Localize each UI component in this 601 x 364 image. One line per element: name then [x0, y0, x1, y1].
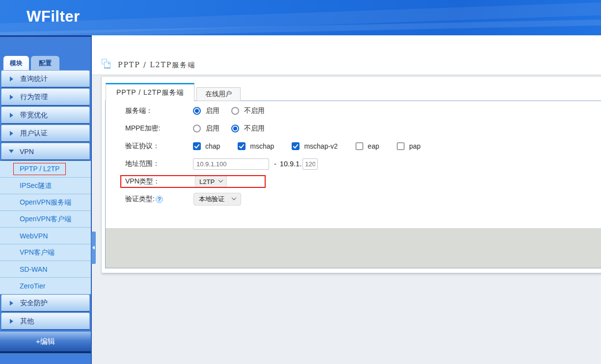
sidebar-item-other[interactable]: 其他: [1, 312, 90, 330]
server-disable-label: 不启用: [244, 106, 265, 115]
tab-strip: PPTP / L2TP服务端 在线用户: [106, 83, 241, 101]
mschap-label: mschap: [250, 142, 274, 150]
settings-form: 服务端： 启用 不启用 MPPE加密:: [106, 102, 601, 208]
sidebar-item-bandwidth[interactable]: 带宽优化: [1, 106, 90, 124]
sidebar-item-label: 查询统计: [20, 75, 48, 83]
chevron-right-icon: [10, 95, 13, 100]
sidebar-subitem-webvpn[interactable]: WebVPN: [0, 228, 91, 244]
panel-footer-area: [106, 228, 601, 268]
sidebar-item-query-stats[interactable]: 查询统计: [1, 70, 90, 88]
chevron-down-icon: [232, 195, 237, 200]
sidebar-tab-modules[interactable]: 模块: [3, 56, 29, 70]
content-panel: PPTP / L2TP服务端 在线用户 服务端： 启用 不启用: [101, 76, 601, 273]
chevron-left-icon: [92, 246, 95, 250]
sidebar-subitem-sdwan[interactable]: SD-WAN: [0, 261, 91, 278]
sidebar-item-label: 行为管理: [20, 93, 48, 102]
auth-type-label: 验证类型:?: [106, 195, 193, 204]
sidebar-item-label: 带宽优化: [20, 111, 48, 120]
auth-protocol-row: 验证协议： chap mschap mschap-v2: [106, 137, 601, 155]
selected-highlight-box: PPTP / L2TP: [13, 163, 66, 175]
vpn-type-row: VPN类型： L2TP: [106, 173, 601, 190]
sidebar-item-vpn[interactable]: VPN: [1, 143, 90, 160]
auth-type-row: 验证类型:? 本地验证: [106, 190, 601, 208]
settings-box: 服务端： 启用 不启用 MPPE加密:: [105, 101, 601, 268]
sidebar-subitem-vpn-client[interactable]: VPN客户端: [0, 244, 91, 261]
sidebar-item-label: 安全防护: [20, 299, 48, 308]
sidebar-subitem-openvpn-server[interactable]: OpenVPN服务端: [0, 194, 91, 211]
auth-type-value: 本地验证: [199, 195, 224, 204]
sidebar-subitem-openvpn-client[interactable]: OpenVPN客户端: [0, 211, 91, 228]
sidebar: 模块 配置 查询统计 行为管理 带宽优化 用户认证 VPN: [0, 35, 92, 364]
mppe-disable-radio[interactable]: [231, 125, 239, 132]
mppe-enable-radio[interactable]: [193, 125, 201, 132]
server-row: 服务端： 启用 不启用: [106, 102, 601, 120]
vpn-type-label: VPN类型：: [106, 177, 193, 186]
sidebar-tab-strip: 模块 配置: [0, 37, 91, 70]
vpn-type-select[interactable]: L2TP: [195, 176, 227, 187]
chevron-right-icon: [10, 301, 13, 306]
pap-checkbox[interactable]: [397, 142, 405, 150]
sidebar-subitem-zerotier[interactable]: ZeroTier: [0, 278, 91, 294]
sidebar-item-security[interactable]: 安全防护: [1, 294, 90, 312]
sidebar-subitem-ipsec[interactable]: IPSec隧道: [0, 178, 91, 194]
breadcrumb: PPTP / L2TP服务端: [118, 61, 195, 70]
server-enable-radio[interactable]: [193, 107, 201, 115]
server-label: 服务端：: [106, 106, 193, 115]
mppe-label: MPPE加密:: [106, 124, 193, 133]
chevron-right-icon: [10, 77, 13, 81]
server-enable-label: 启用: [206, 106, 219, 115]
help-icon[interactable]: ?: [156, 196, 163, 203]
tab-pptp-l2tp-server[interactable]: PPTP / L2TP服务端: [106, 83, 194, 101]
mschap-checkbox[interactable]: [238, 142, 246, 150]
auth-type-select[interactable]: 本地验证: [193, 193, 241, 206]
mppe-enable-label: 启用: [206, 124, 219, 133]
sidebar-item-label: VPN: [20, 148, 34, 156]
server-disable-radio[interactable]: [231, 107, 239, 115]
chevron-right-icon: [10, 113, 13, 118]
app-root: WFilter 模块 配置 查询统计 行为管理 带宽优化 用户认证: [0, 0, 601, 364]
chevron-down-icon: [9, 150, 14, 153]
sidebar-item-user-auth[interactable]: 用户认证: [1, 125, 90, 142]
chevron-right-icon: [10, 131, 13, 136]
vpn-type-value: L2TP: [199, 178, 215, 185]
address-prefix: 10.9.1.: [280, 160, 301, 168]
sidebar-item-label: 用户认证: [20, 129, 48, 138]
mppe-disable-label: 不启用: [244, 124, 265, 133]
tab-online-users[interactable]: 在线用户: [196, 87, 241, 101]
mschap-v2-checkbox[interactable]: [292, 142, 300, 150]
pap-label: pap: [409, 142, 420, 150]
app-logo: WFilter: [27, 8, 80, 26]
chevron-down-icon: [219, 178, 223, 182]
address-end-input[interactable]: [302, 158, 318, 170]
breadcrumb-bar: PPTP / L2TP服务端: [92, 35, 601, 75]
chap-checkbox[interactable]: [193, 142, 201, 150]
address-range-label: 地址范围：: [106, 159, 193, 168]
chap-label: chap: [205, 142, 220, 150]
eap-label: eap: [368, 142, 379, 150]
edit-menu-button[interactable]: +编辑: [0, 332, 91, 353]
pages-icon: [102, 59, 111, 69]
address-start-input[interactable]: [193, 158, 269, 170]
sidebar-menu: 查询统计 行为管理 带宽优化 用户认证 VPN PPTP / L2TP IPSe: [0, 70, 91, 353]
sidebar-item-behavior[interactable]: 行为管理: [1, 88, 90, 106]
app-header: WFilter: [0, 0, 601, 35]
eap-checkbox[interactable]: [355, 142, 363, 150]
range-dash: -: [274, 160, 276, 168]
chevron-right-icon: [10, 319, 13, 324]
sidebar-subitem-pptp-l2tp[interactable]: PPTP / L2TP: [0, 161, 91, 178]
mschap-v2-label: mschap-v2: [304, 142, 337, 150]
sidebar-tab-config[interactable]: 配置: [31, 56, 59, 70]
address-range-row: 地址范围： - 10.9.1.: [106, 155, 601, 173]
sidebar-item-label: 其他: [20, 317, 34, 326]
auth-protocol-label: 验证协议：: [106, 142, 193, 151]
auth-type-label-text: 验证类型:: [125, 195, 155, 203]
mppe-row: MPPE加密: 启用 不启用: [106, 120, 601, 137]
sidebar-collapse-handle[interactable]: [91, 232, 96, 264]
